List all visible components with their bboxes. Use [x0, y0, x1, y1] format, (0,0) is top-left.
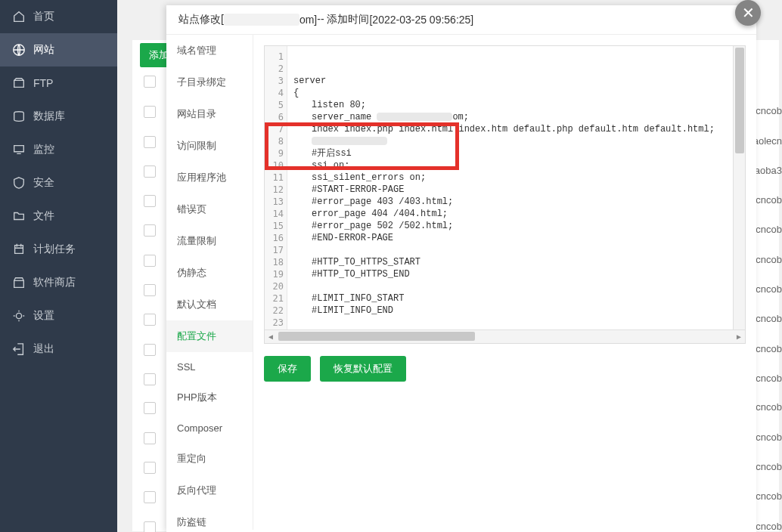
modal-tab-item[interactable]: 反向代理 [166, 475, 253, 506]
sidebar-item-shield[interactable]: 安全 [0, 166, 117, 200]
sidebar-item-globe[interactable]: 网站 [0, 33, 117, 66]
row-checkbox[interactable] [144, 224, 156, 237]
scroll-right-arrow[interactable]: ► [733, 330, 745, 342]
code-line[interactable]: #LIMIT_INFO_END [293, 305, 739, 317]
modal-tab-item[interactable]: 防盗链 [166, 506, 253, 530]
code-line[interactable]: #HTTP_TO_HTTPS_START [293, 256, 739, 268]
row-checkbox[interactable] [144, 255, 156, 267]
code-line[interactable]: #LIMIT_INFO_START [293, 292, 739, 305]
modal-tab-item[interactable]: SSL [166, 352, 253, 382]
modal-tab-item[interactable]: 访问限制 [166, 130, 253, 162]
modal-tab-item[interactable]: Composer [166, 413, 253, 443]
close-icon: ✕ [742, 4, 755, 22]
modal-main: 123456789101112131415161718192021222324 … [253, 35, 756, 530]
sidebar-item-folder[interactable]: 文件 [0, 200, 117, 233]
modal-tab-item[interactable]: 默认文档 [166, 289, 253, 320]
line-number: 4 [265, 87, 284, 99]
sidebar-item-monitor[interactable]: 监控 [0, 133, 117, 166]
code-line[interactable]: #error_page 403 /403.html; [293, 196, 739, 208]
code-line[interactable]: ssi_silent_errors on; [293, 172, 739, 184]
line-number: 5 [265, 99, 284, 111]
editor-scroll-vertical[interactable] [733, 46, 745, 329]
line-number: 6 [265, 111, 284, 123]
editor-code[interactable]: server{listen 80;server_name om;index in… [287, 46, 745, 343]
modal-title-domain-suffix: om] [299, 14, 317, 26]
modal-tab-item[interactable]: 流量限制 [166, 225, 253, 257]
row-checkbox[interactable] [144, 106, 156, 118]
line-number: 14 [265, 208, 284, 220]
modal-tab-item[interactable]: 网站目录 [166, 98, 253, 130]
line-number: 17 [265, 244, 284, 256]
sidebar-item-gear[interactable]: 设置 [0, 299, 117, 332]
editor-scroll-horizontal[interactable]: ◄ ► [265, 329, 745, 343]
code-line[interactable]: #开启ssi [293, 147, 739, 159]
row-checkbox[interactable] [144, 284, 156, 296]
code-line[interactable]: #START-ERROR-PAGE [293, 184, 739, 196]
code-line[interactable]: index index.php index.html index.htm def… [293, 123, 739, 135]
modal-tab-item[interactable]: 应用程序池 [166, 162, 253, 193]
sidebar-item-label: 设置 [33, 309, 54, 323]
row-domain-fragment: iaoba3 [753, 165, 782, 176]
row-checkbox[interactable] [144, 432, 156, 444]
row-checkbox[interactable] [144, 76, 156, 88]
row-checkbox[interactable] [144, 344, 156, 356]
modal-tab-item[interactable]: PHP版本 [166, 382, 253, 413]
sidebar-item-label: 监控 [33, 143, 54, 156]
modal-tab-item[interactable]: 伪静态 [166, 257, 253, 289]
sidebar-item-calendar[interactable]: 计划任务 [0, 233, 117, 266]
sidebar-item-store[interactable]: 软件商店 [0, 266, 117, 299]
masked-value [377, 113, 452, 121]
row-checkbox[interactable] [144, 136, 156, 148]
modal-tab-item[interactable]: 子目录绑定 [166, 66, 253, 98]
code-line[interactable] [293, 280, 739, 292]
config-editor[interactable]: 123456789101112131415161718192021222324 … [264, 45, 746, 344]
row-checkbox[interactable] [144, 521, 156, 532]
sidebar-item-exit[interactable]: 退出 [0, 332, 117, 366]
modal-tab-item[interactable]: 重定向 [166, 443, 253, 475]
row-domain-fragment: icncob [753, 313, 782, 324]
sidebar-item-ftp[interactable]: FTP [0, 66, 117, 100]
row-checkbox[interactable] [144, 314, 156, 326]
sidebar-item-label: 退出 [33, 342, 54, 356]
row-checkbox[interactable] [144, 195, 156, 207]
code-line[interactable]: ssi on; [293, 159, 739, 172]
code-line[interactable] [293, 135, 739, 147]
sidebar-item-database[interactable]: 数据库 [0, 100, 117, 133]
button-row: 保存 恢复默认配置 [264, 356, 746, 382]
code-line[interactable]: #END-ERROR-PAGE [293, 232, 739, 244]
row-checkbox[interactable] [144, 373, 156, 385]
modal-tab-item[interactable]: 域名管理 [166, 35, 253, 66]
row-checkbox[interactable] [144, 462, 156, 474]
restore-default-button[interactable]: 恢复默认配置 [320, 356, 406, 382]
code-line[interactable]: { [293, 87, 739, 99]
code-line[interactable] [293, 244, 739, 256]
line-number: 16 [265, 232, 284, 244]
line-number: 7 [265, 123, 284, 135]
code-line[interactable]: #error_page 502 /502.html; [293, 220, 739, 232]
store-icon [12, 276, 26, 289]
code-line[interactable]: #HTTP_TO_HTTPS_END [293, 268, 739, 280]
sidebar-item-label: 网站 [33, 43, 54, 57]
sidebar-item-home[interactable]: 首页 [0, 0, 117, 33]
close-modal-button[interactable]: ✕ [735, 0, 761, 26]
modal-title-separator: -- 添加时间 [317, 13, 369, 26]
line-number: 8 [265, 135, 284, 147]
modal-tab-item[interactable]: 配置文件 [166, 320, 253, 352]
scroll-left-arrow[interactable]: ◄ [265, 330, 277, 342]
exit-icon [12, 342, 26, 356]
row-checkbox[interactable] [144, 165, 156, 178]
row-checkbox[interactable] [144, 402, 156, 414]
scroll-thumb-horizontal[interactable] [278, 332, 475, 341]
modal-tab-item[interactable]: 错误页 [166, 193, 253, 225]
sidebar-item-label: 计划任务 [33, 243, 76, 256]
code-line[interactable]: listen 80; [293, 99, 739, 111]
code-line[interactable] [293, 317, 739, 329]
save-button[interactable]: 保存 [264, 356, 311, 382]
code-line[interactable]: error_page 404 /404.html; [293, 208, 739, 220]
scroll-thumb-vertical[interactable] [735, 48, 744, 153]
code-line[interactable]: server_name om; [293, 111, 739, 123]
line-number: 1 [265, 51, 284, 63]
code-line[interactable]: server [293, 75, 739, 87]
calendar-icon [12, 243, 26, 256]
row-checkbox[interactable] [144, 491, 156, 503]
